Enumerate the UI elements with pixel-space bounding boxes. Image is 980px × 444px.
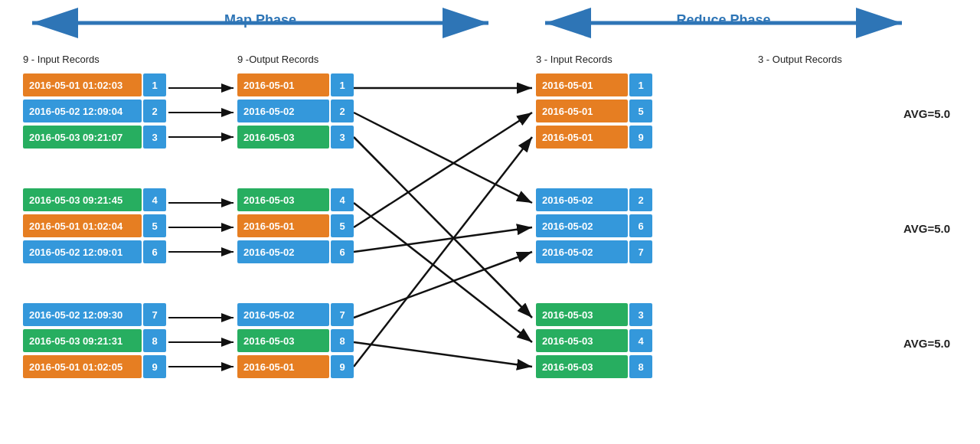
- reducer-input-row-2-1: 2016-05-02 2: [536, 188, 652, 212]
- reduce-phase-label: Reduce Phase: [536, 12, 911, 28]
- mapper-output-group-2: 2016-05-03 4 2016-05-01 5 2016-05-02 6: [237, 188, 354, 266]
- reducer-input-row-1-1: 2016-05-01 1: [536, 73, 652, 97]
- reducer-input-row-3-2: 2016-05-03 4: [536, 328, 652, 353]
- mapper-output-row-1-3: 2016-05-03 3: [237, 125, 354, 149]
- svg-line-24: [354, 137, 532, 367]
- mapper-input-group-3: 2016-05-02 12:09:30 7 2016-05-03 09:21:3…: [23, 302, 166, 380]
- mapper-input-row-3-1: 2016-05-02 12:09:30 7: [23, 302, 166, 327]
- mapper-input-row-3-2: 2016-05-03 09:21:31 8: [23, 328, 166, 353]
- avg-label-1: AVG=5.0: [903, 107, 950, 120]
- mapper-input-row-1-1: 2016-05-01 01:02:03 1: [23, 73, 166, 97]
- mapper-output-row-3-3: 2016-05-01 9: [237, 354, 354, 379]
- reduce-input-label: 3 - Input Records: [536, 54, 612, 65]
- map-output-label: 9 -Output Records: [237, 54, 318, 65]
- mapper-input-row-1-2: 2016-05-02 12:09:04 2: [23, 99, 166, 123]
- svg-line-19: [354, 203, 532, 342]
- mapper-output-row-1-1: 2016-05-01 1: [237, 73, 354, 97]
- map-phase-label: Map Phase: [23, 12, 498, 28]
- reducer-input-group-1: 2016-05-01 1 2016-05-01 5 2016-05-01 9: [536, 73, 652, 151]
- mapper-output-row-3-2: 2016-05-03 8: [237, 328, 354, 353]
- mapper-output-row-2-1: 2016-05-03 4: [237, 188, 354, 212]
- mapper-input-row-1-3: 2016-05-03 09:21:07 3: [23, 125, 166, 149]
- svg-line-17: [354, 113, 532, 203]
- reducer-input-row-1-2: 2016-05-01 5: [536, 99, 652, 123]
- mapper-output-row-2-3: 2016-05-02 6: [237, 240, 354, 264]
- avg-label-3: AVG=5.0: [903, 337, 950, 350]
- reducer-input-row-3-1: 2016-05-03 3: [536, 302, 652, 327]
- mapper-input-group-1: 2016-05-01 01:02:03 1 2016-05-02 12:09:0…: [23, 73, 166, 151]
- svg-line-22: [354, 252, 532, 318]
- svg-line-18: [354, 137, 532, 318]
- main-container: Map Phase Reduce Phase 9 - Input Records…: [0, 0, 980, 444]
- map-input-label: 9 - Input Records: [23, 54, 100, 65]
- mapper-input-row-2-1: 2016-05-03 09:21:45 4: [23, 188, 166, 212]
- mapper-output-row-3-1: 2016-05-02 7: [237, 302, 354, 327]
- reducer-input-row-2-2: 2016-05-02 6: [536, 214, 652, 238]
- mapper-output-row-2-2: 2016-05-01 5: [237, 214, 354, 238]
- mapper-output-group-1: 2016-05-01 1 2016-05-02 2 2016-05-03 3: [237, 73, 354, 151]
- reducer-input-row-3-3: 2016-05-03 8: [536, 354, 652, 379]
- reducer-input-group-3: 2016-05-03 3 2016-05-03 4 2016-05-03 8: [536, 302, 652, 380]
- svg-line-21: [354, 227, 532, 252]
- reducer-input-group-2: 2016-05-02 2 2016-05-02 6 2016-05-02 7: [536, 188, 652, 266]
- reduce-phase-arrow: Reduce Phase: [536, 6, 911, 41]
- svg-line-20: [354, 113, 532, 227]
- reduce-output-label: 3 - Output Records: [758, 54, 842, 65]
- mapper-output-row-1-2: 2016-05-02 2: [237, 99, 354, 123]
- reducer-input-row-2-3: 2016-05-02 7: [536, 240, 652, 264]
- mapper-output-group-3: 2016-05-02 7 2016-05-03 8 2016-05-01 9: [237, 302, 354, 380]
- svg-line-23: [354, 342, 532, 367]
- mapper-input-row-2-3: 2016-05-02 12:09:01 6: [23, 240, 166, 264]
- mapper-input-group-2: 2016-05-03 09:21:45 4 2016-05-01 01:02:0…: [23, 188, 166, 266]
- avg-label-2: AVG=5.0: [903, 222, 950, 235]
- mapper-input-row-3-3: 2016-05-01 01:02:05 9: [23, 354, 166, 379]
- map-phase-arrow: Map Phase: [23, 6, 498, 41]
- mapper-input-row-2-2: 2016-05-01 01:02:04 5: [23, 214, 166, 238]
- reducer-input-row-1-3: 2016-05-01 9: [536, 125, 652, 149]
